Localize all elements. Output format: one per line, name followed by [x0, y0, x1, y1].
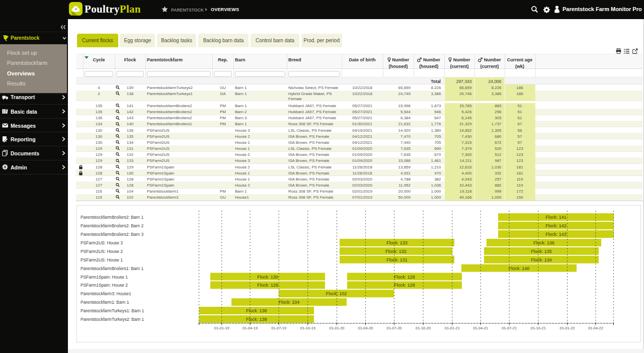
svg-text:Flock: 128: Flock: 128 [394, 275, 415, 280]
svg-text:01-01-19: 01-01-19 [214, 326, 229, 330]
svg-text:01-07-19: 01-07-19 [271, 326, 286, 330]
svg-text:Flock: 143: Flock: 143 [545, 232, 567, 237]
svg-text:PSFarm1Spain: House 1: PSFarm1Spain: House 1 [80, 275, 128, 280]
svg-text:PSFarm2US: House 3: PSFarm2US: House 3 [80, 240, 123, 245]
svg-text:Parentstockfarm3: House1: Parentstockfarm3: House1 [80, 291, 131, 296]
svg-text:01-01-20: 01-01-20 [329, 326, 344, 330]
svg-text:Flock: 140: Flock: 140 [509, 266, 530, 271]
svg-text:ParentstockfarmBroilers2: Barn: ParentstockfarmBroilers2: Barn 1 [80, 215, 143, 220]
svg-text:ParentstockfarmTurkeys1: Barn: ParentstockfarmTurkeys1: Barn 1 [80, 308, 144, 313]
svg-text:Flock: 141: Flock: 141 [545, 215, 567, 220]
svg-text:ParentstockfarmTurkeys2: Barn: ParentstockfarmTurkeys2: Barn 1 [80, 317, 144, 322]
svg-text:01-01-21: 01-01-21 [445, 326, 460, 330]
svg-text:01-07-21: 01-07-21 [502, 326, 517, 330]
svg-text:01-10-20: 01-10-20 [416, 326, 431, 330]
svg-text:Parentstockfarm1: Barn 1: Parentstockfarm1: Barn 1 [80, 300, 129, 305]
svg-text:Flock: 131: Flock: 131 [386, 257, 408, 262]
svg-text:Flock: 132: Flock: 132 [385, 249, 407, 254]
svg-text:01-04-19: 01-04-19 [243, 326, 258, 330]
svg-text:Flock: 130: Flock: 130 [257, 275, 278, 280]
svg-text:Flock: 142: Flock: 142 [545, 223, 567, 228]
svg-text:01-01-22: 01-01-22 [559, 326, 575, 330]
svg-text:Flock: 129: Flock: 129 [257, 283, 278, 288]
svg-text:Flock: 134: Flock: 134 [531, 257, 552, 262]
svg-text:Flock: 138: Flock: 138 [246, 308, 267, 313]
svg-text:01-07-20: 01-07-20 [386, 326, 401, 330]
svg-text:ParentstockfarmBroilers2: Barn: ParentstockfarmBroilers2: Barn 3 [80, 232, 143, 237]
svg-text:01-10-19: 01-10-19 [300, 326, 315, 330]
svg-text:01-04-20: 01-04-20 [358, 326, 373, 330]
svg-text:Flock: 135: Flock: 135 [531, 249, 552, 254]
svg-text:Flock: 136: Flock: 136 [533, 240, 554, 245]
svg-text:ParentstockfarmBroilers1: Barn: ParentstockfarmBroilers1: Barn 1 [80, 266, 143, 271]
svg-text:PSFarm1Spain: House 2: PSFarm1Spain: House 2 [80, 283, 128, 288]
svg-text:Flock: 128: Flock: 128 [394, 283, 415, 288]
svg-text:Flock: 102: Flock: 102 [326, 291, 347, 296]
svg-text:01-04-22: 01-04-22 [588, 326, 603, 330]
svg-text:PSFarm2US: House 1: PSFarm2US: House 1 [80, 257, 123, 262]
svg-text:01-10-21: 01-10-21 [531, 326, 546, 330]
svg-text:Flock: 139: Flock: 139 [246, 317, 267, 322]
svg-text:01-04-21: 01-04-21 [473, 326, 488, 330]
svg-text:PSFarm2US: House 2: PSFarm2US: House 2 [80, 249, 123, 254]
svg-text:Flock: 133: Flock: 133 [386, 240, 408, 245]
svg-text:Flock: 104: Flock: 104 [279, 300, 300, 305]
svg-text:ParentstockfarmBroilers2: Barn: ParentstockfarmBroilers2: Barn 2 [80, 223, 143, 228]
